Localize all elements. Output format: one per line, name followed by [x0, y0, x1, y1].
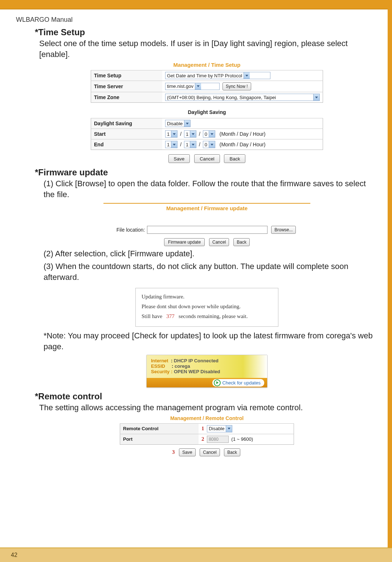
- time-server-select[interactable]: time.nist.gov: [165, 83, 220, 90]
- start-day-select[interactable]: 1: [184, 130, 196, 138]
- security-label: Security :: [151, 369, 172, 374]
- chevron-down-icon: [195, 83, 201, 90]
- sync-now-button[interactable]: Sync Now !: [222, 82, 251, 90]
- updating-line2: Please dont shut down power while updati…: [142, 302, 272, 311]
- manual-header: WLBARGO Manual: [0, 9, 392, 24]
- remote-figure: Management / Remote Control Remote Contr…: [120, 415, 294, 456]
- remote-control-value: Disable: [209, 426, 224, 431]
- time-setup-figure: Management / Time Setup Time Setup Get D…: [39, 62, 375, 163]
- end-hour-select[interactable]: 0: [203, 141, 215, 148]
- time-zone-select[interactable]: (GMT+08:00) Beijing, Hong Kong, Singapor…: [165, 94, 320, 101]
- remote-heading: *Remote control: [35, 391, 375, 402]
- back-button[interactable]: Back: [224, 154, 245, 163]
- check-updates-link[interactable]: Check for updates: [212, 379, 264, 387]
- chevron-down-icon: [190, 141, 196, 148]
- firmware-note: *Note: You may proceed [Check for update…: [39, 330, 375, 352]
- updating-box: Updating firmware. Please dont shut down…: [135, 288, 278, 327]
- page-number: 42: [0, 552, 17, 558]
- file-location-label: File location:: [117, 227, 145, 233]
- chevron-down-icon: [226, 425, 232, 432]
- play-circle-icon: [214, 379, 221, 386]
- end-day-select[interactable]: 1: [184, 141, 196, 148]
- chevron-down-icon: [190, 131, 196, 137]
- end-month-select[interactable]: 1: [165, 141, 177, 148]
- remote-back-button[interactable]: Back: [224, 448, 240, 456]
- internet-value: DHCP IP Connected: [174, 358, 219, 363]
- firmware-fig-title: Management / Firmware update: [103, 205, 310, 211]
- essid-label: ESSID: [151, 363, 165, 369]
- daylight-title: Daylight Saving: [39, 109, 375, 115]
- start-hour-select[interactable]: 0: [203, 130, 215, 138]
- chevron-down-icon: [171, 131, 177, 137]
- essid-value: corega: [175, 363, 190, 369]
- daylight-end-label: End: [91, 139, 163, 150]
- remote-fig-title: Management / Remote Control: [120, 415, 294, 421]
- chevron-down-icon: [209, 131, 215, 137]
- top-orange-bar: [0, 0, 392, 9]
- remote-table: Remote Control 1 Disable Port 2 8080 (1 …: [120, 423, 294, 445]
- daylight-start-row: 1 / 1 / 0 (Month / Day / Hour): [162, 129, 323, 139]
- time-server-value: time.nist.gov: [167, 84, 193, 89]
- daylight-table: Daylight Saving Disable Start 1 / 1 / 0 …: [91, 118, 323, 150]
- callout-3: 3: [172, 449, 175, 455]
- time-setup-desc: Select one of the time setup models. If …: [39, 38, 375, 60]
- firmware-update-button[interactable]: Firmware update: [164, 238, 205, 246]
- time-zone-label: Time Zone: [91, 92, 163, 103]
- chevron-down-icon: [184, 120, 190, 127]
- port-range: (1 ~ 9600): [231, 436, 253, 442]
- page-footer: 42: [0, 547, 392, 562]
- daylight-label: Daylight Saving: [91, 118, 163, 129]
- side-orange-bar: [388, 9, 392, 548]
- time-setup-select-value: Get Date and Time by NTP Protocol: [167, 73, 242, 78]
- firmware-back-button[interactable]: Back: [233, 238, 250, 246]
- daylight-value: Disable: [167, 121, 183, 126]
- remote-cancel-button[interactable]: Cancel: [200, 448, 220, 456]
- daylight-select[interactable]: Disable: [165, 120, 191, 127]
- remote-control-label: Remote Control: [120, 423, 199, 434]
- cancel-button[interactable]: Cancel: [194, 154, 220, 163]
- remote-save-button[interactable]: Save: [179, 448, 195, 456]
- file-location-input[interactable]: [147, 226, 268, 234]
- callout-2: 2: [201, 436, 204, 442]
- security-value: OPEN WEP Disabled: [174, 369, 220, 374]
- daylight-start-label: Start: [91, 129, 163, 139]
- firmware-step1: (1) Click [Browse] to open the data fold…: [39, 178, 375, 200]
- time-setup-label: Time Setup: [91, 70, 163, 81]
- chevron-down-icon: [313, 94, 319, 101]
- remote-control-select[interactable]: Disable: [207, 425, 232, 432]
- check-updates-text: Check for updates: [222, 380, 261, 386]
- port-label: Port: [120, 434, 199, 444]
- time-zone-value: (GMT+08:00) Beijing, Hong Kong, Singapor…: [167, 95, 312, 100]
- updating-line1: Updating firmware.: [142, 292, 272, 302]
- callout-1: 1: [201, 425, 204, 431]
- save-button[interactable]: Save: [168, 154, 190, 163]
- remote-desc: The setting allows accessing the managem…: [39, 402, 375, 413]
- updating-seconds: 377: [166, 313, 175, 319]
- chevron-down-icon: [171, 141, 177, 148]
- firmware-step3: (3) When the countdown starts, do not cl…: [39, 261, 375, 282]
- port-input[interactable]: 8080: [207, 436, 229, 443]
- time-setup-heading: *Time Setup: [35, 27, 375, 37]
- time-setup-table: Time Setup Get Date and Time by NTP Prot…: [91, 70, 323, 103]
- chevron-down-icon: [244, 72, 250, 79]
- firmware-step2: (2) After selection, click [Firmware upd…: [39, 248, 375, 259]
- firmware-figure: Management / Firmware update File locati…: [103, 203, 310, 246]
- end-hint: (Month / Day / Hour): [220, 142, 266, 147]
- firmware-heading: *Firmware update: [35, 167, 375, 178]
- time-setup-fig-title: Management / Time Setup: [39, 62, 375, 68]
- start-hint: (Month / Day / Hour): [220, 131, 266, 137]
- chevron-down-icon: [209, 141, 215, 148]
- start-month-select[interactable]: 1: [165, 130, 177, 138]
- time-server-label: Time Server: [91, 81, 163, 92]
- firmware-cancel-button[interactable]: Cancel: [209, 238, 229, 246]
- time-setup-select[interactable]: Get Date and Time by NTP Protocol: [165, 72, 270, 79]
- updating-line3: Still have 377 seconds remaining, please…: [142, 311, 272, 321]
- browse-button[interactable]: Browse...: [271, 226, 296, 234]
- internet-label: Internet: [151, 358, 168, 363]
- daylight-end-row: 1 / 1 / 0 (Month / Day / Hour): [162, 139, 323, 150]
- status-box: Internet : DHCP IP Connected ESSID : cor…: [146, 355, 268, 388]
